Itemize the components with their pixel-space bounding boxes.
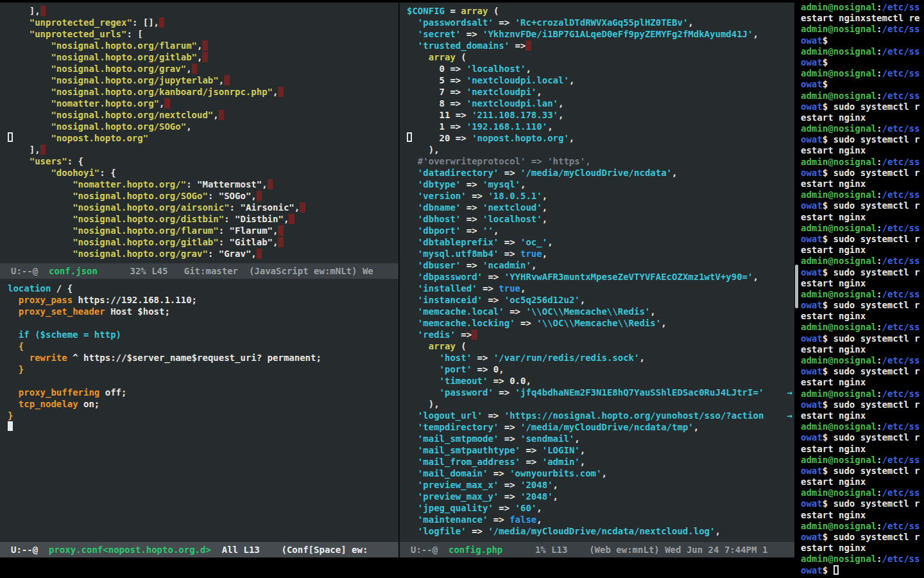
code-line: estart nginx bbox=[801, 510, 924, 521]
code-segment bbox=[407, 364, 440, 374]
code-segment: 'logout_url' bbox=[418, 410, 483, 421]
code-segment: $ sudo systemctl r bbox=[823, 399, 920, 410]
modeline-info: All L13 (Conf[Space] ew: bbox=[211, 545, 368, 555]
code-line: #'overwriteprotocol' => 'https', bbox=[407, 155, 795, 167]
code-line: 'passwordsalt' => 'Rc+crozalDTdRWVXaGq55… bbox=[407, 17, 795, 28]
code-segment bbox=[407, 202, 418, 213]
code-segment: 'ncadmin' bbox=[483, 260, 531, 270]
code-segment: '60' bbox=[515, 503, 537, 513]
code-line: } bbox=[8, 363, 398, 375]
code-segment: ], bbox=[8, 6, 40, 16]
code-segment: estart nginx bbox=[801, 543, 866, 553]
trailing-whitespace-marker bbox=[224, 75, 229, 85]
code-line: 0 => 'localhost', bbox=[407, 63, 795, 74]
code-segment bbox=[407, 341, 429, 351]
editor-buffer-conf-json[interactable]: ], "unprotected_regex": [], "unprotected… bbox=[0, 5, 398, 259]
code-segment: 'dbtableprefix' bbox=[418, 237, 499, 247]
code-segment: admin@nosignal bbox=[801, 389, 877, 399]
code-segment: estart nginxstemctl re bbox=[801, 13, 920, 23]
code-segment: } bbox=[8, 410, 13, 421]
code-segment: => bbox=[472, 353, 493, 363]
code-segment: 'maintenance' bbox=[418, 514, 488, 525]
code-segment: = bbox=[445, 6, 461, 16]
code-segment: $ bbox=[823, 79, 828, 89]
code-segment: => bbox=[493, 17, 515, 28]
code-line: ], bbox=[8, 5, 398, 17]
code-segment: => bbox=[461, 202, 483, 213]
code-line: 'preview_max_y' => '2048', bbox=[407, 491, 795, 502]
code-segment: admin@nosignal bbox=[801, 123, 877, 134]
code-segment: 'instanceid' bbox=[418, 295, 483, 305]
code-segment: , bbox=[715, 526, 720, 536]
code-line bbox=[8, 317, 398, 329]
code-line: 11 => '211.108.178.33', bbox=[407, 109, 795, 121]
code-segment bbox=[407, 249, 418, 259]
terminal-scrollbar[interactable] bbox=[795, 265, 798, 308]
code-segment bbox=[407, 237, 418, 247]
code-segment: ( bbox=[456, 52, 466, 62]
modeline-conf-json: U:--@ conf.json 32% L45 Git:master (Java… bbox=[0, 263, 398, 279]
code-segment: 'host' bbox=[440, 353, 472, 363]
code-segment: => bbox=[499, 168, 520, 178]
code-segment bbox=[8, 214, 73, 224]
code-segment: : [ bbox=[126, 29, 142, 39]
code-segment: 'mail_smtpmode' bbox=[418, 434, 499, 444]
code-segment: /etc/ss bbox=[882, 289, 920, 299]
code-segment: admin@nosignal bbox=[801, 46, 877, 57]
code-segment: owat bbox=[801, 432, 823, 442]
code-segment: 'mail_smtpauthtype' bbox=[418, 445, 520, 455]
code-line: estart nginx bbox=[801, 344, 924, 355]
code-segment: , bbox=[569, 75, 574, 85]
modeline-status: U:--@ bbox=[11, 545, 49, 555]
code-line: "nosignal.hopto.org/distbin": "Distbin", bbox=[8, 213, 398, 225]
code-line: owat$ sudo systemctl r bbox=[801, 101, 924, 112]
code-line: 'port' => 0, bbox=[407, 363, 795, 375]
code-segment: https://192.168.1.110; bbox=[73, 295, 197, 305]
code-segment: 'dbport' bbox=[418, 225, 461, 236]
code-segment: , bbox=[580, 445, 585, 455]
code-segment: /etc/ss bbox=[882, 421, 920, 432]
code-segment: => bbox=[499, 249, 520, 259]
code-segment: /etc/ss bbox=[882, 68, 920, 78]
code-segment: } bbox=[19, 364, 24, 374]
code-line: { bbox=[8, 340, 398, 352]
code-segment: , bbox=[553, 491, 558, 502]
code-line: 'jpeg_quality' => '60', bbox=[407, 502, 795, 514]
code-segment: => bbox=[520, 445, 542, 455]
code-segment bbox=[407, 29, 418, 39]
code-segment: => bbox=[483, 410, 504, 421]
code-segment: "nosignal.hopto.org/SOGo" bbox=[51, 121, 186, 132]
code-segment: 'logfile' bbox=[418, 526, 466, 536]
code-line: estart nginx bbox=[801, 245, 924, 256]
code-segment: on; bbox=[78, 399, 100, 409]
code-segment: /etc/ss bbox=[882, 223, 920, 233]
code-segment: $ sudo systemctl r bbox=[823, 200, 920, 211]
code-segment: , bbox=[639, 353, 644, 363]
code-segment: , bbox=[186, 64, 191, 74]
code-segment: "unprotected_urls" bbox=[30, 29, 127, 39]
code-segment: ], bbox=[8, 144, 40, 155]
terminal-pane[interactable]: admin@nosignal:/etc/ssestart nginxstemct… bbox=[794, 0, 924, 578]
editor-buffer-proxy-conf[interactable]: location / { proxy_pass https://192.168.… bbox=[0, 283, 398, 433]
trailing-whitespace-marker bbox=[159, 17, 164, 28]
code-segment bbox=[407, 329, 418, 340]
code-segment: $ sudo systemctl r bbox=[823, 234, 920, 244]
code-segment: => bbox=[499, 480, 520, 490]
code-segment bbox=[407, 179, 418, 189]
code-segment: , bbox=[219, 75, 224, 85]
code-line: 'mail_domain' => 'ownyourbits.com', bbox=[407, 468, 795, 479]
code-segment: , bbox=[553, 480, 558, 490]
code-line: 'maintenance' => false, bbox=[407, 514, 795, 525]
code-line bbox=[8, 375, 398, 387]
code-segment: owat bbox=[801, 168, 823, 178]
editor-buffer-config-php[interactable]: $CONFIG = array ( 'passwordsalt' => 'Rc+… bbox=[400, 5, 795, 537]
code-segment bbox=[8, 249, 73, 259]
code-segment: /etc/ss bbox=[882, 123, 920, 134]
trailing-whitespace-marker bbox=[164, 98, 169, 109]
code-segment: admin@nosignal bbox=[801, 421, 877, 432]
code-segment: => bbox=[483, 272, 504, 282]
code-segment: "doohoyi" bbox=[51, 168, 99, 178]
code-line: owat$ sudo systemctl r bbox=[801, 300, 924, 311]
code-segment: 'trusted_domains' bbox=[418, 40, 509, 51]
code-segment: /etc/ss bbox=[882, 389, 920, 399]
